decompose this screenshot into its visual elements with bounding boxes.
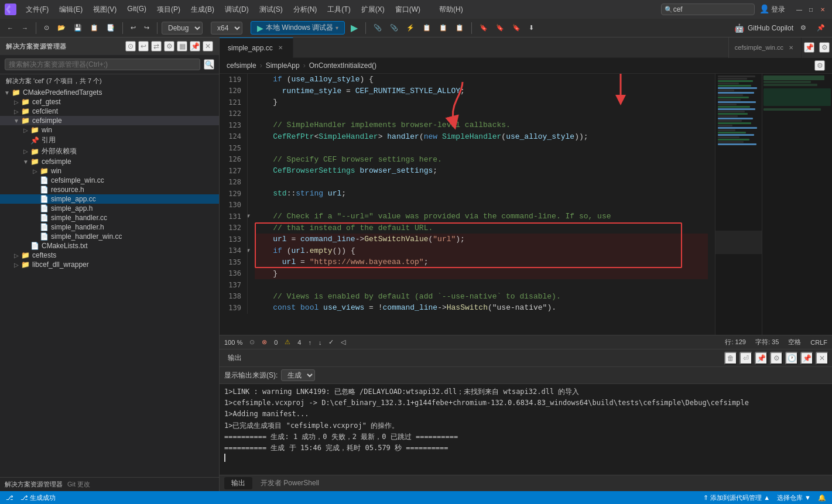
- search-button[interactable]: 🔍: [204, 59, 214, 70]
- bookmark1-button[interactable]: 🔖: [476, 23, 491, 33]
- collapse-arrow[interactable]: ▼: [248, 246, 250, 255]
- tree-item-引用[interactable]: 📌 引用: [0, 135, 219, 146]
- bookmark3-button[interactable]: 🔖: [509, 23, 524, 33]
- tree-item-CMakePredefinedTargets[interactable]: ▼ 📁 CMakePredefinedTargets: [0, 88, 219, 97]
- warning-count[interactable]: 4: [297, 339, 301, 346]
- tree-item-ceftests[interactable]: ▷ 📁 ceftests: [0, 251, 219, 260]
- menu-build[interactable]: 生成(B): [186, 4, 219, 16]
- global-search-input[interactable]: [661, 4, 755, 15]
- menu-window[interactable]: 窗口(W): [391, 4, 425, 16]
- notification-bell[interactable]: 🔔: [818, 494, 826, 502]
- nav-up-button[interactable]: ↑: [308, 339, 311, 346]
- tab-cefsimple-win-cc[interactable]: cefsimple_win.cc ✕: [729, 37, 802, 58]
- output-lock-button[interactable]: 📌: [755, 352, 768, 365]
- new-project-button[interactable]: ⊙: [40, 23, 53, 33]
- undo-button[interactable]: ↩: [127, 23, 139, 33]
- repo-selector[interactable]: 选择仓库 ▼: [777, 493, 811, 502]
- zoom-level[interactable]: 100 %: [224, 339, 242, 346]
- close-button[interactable]: ✕: [818, 5, 827, 14]
- sidebar-properties-button[interactable]: ↩: [138, 41, 149, 52]
- nav-left-button[interactable]: ◁: [341, 338, 345, 346]
- tree-item-libcef_dll_wrapper[interactable]: ▷ 📁 libcef_dll_wrapper: [0, 260, 219, 269]
- menu-file[interactable]: 文件(F): [21, 4, 53, 16]
- run-debugger-button[interactable]: ▶ 本地 Windows 调试器 ▾: [251, 21, 345, 35]
- bookmark2-button[interactable]: 🔖: [492, 23, 508, 33]
- breadcrumb-settings-button[interactable]: ⚙: [814, 60, 825, 71]
- save-button[interactable]: 💾: [70, 23, 85, 33]
- output-source-dropdown[interactable]: 生成: [281, 369, 315, 381]
- sidebar-close-button[interactable]: ✕: [203, 41, 213, 52]
- menu-help[interactable]: 帮助(H): [434, 4, 468, 15]
- tab-simple-app-cc[interactable]: simple_app.cc ✕: [220, 37, 293, 58]
- format-button[interactable]: ⚡: [403, 23, 418, 33]
- breadcrumb-method[interactable]: OnContextInitialized(): [309, 61, 376, 70]
- step-over-button[interactable]: 📎: [386, 23, 402, 33]
- sidebar-sync-button[interactable]: ⊙: [125, 41, 136, 52]
- output-clock-button[interactable]: 🕐: [785, 352, 798, 365]
- arch-dropdown[interactable]: x64: [211, 22, 242, 35]
- git-changes-tab[interactable]: Git 更改: [67, 480, 90, 489]
- breadcrumb-namespace[interactable]: cefsimple: [227, 61, 256, 70]
- bookmark4-button[interactable]: ⬇: [525, 23, 537, 33]
- clipboard2-button[interactable]: 📋: [436, 23, 451, 33]
- tree-item-win[interactable]: ▷ 📁 win: [0, 125, 219, 135]
- sidebar-refresh-button[interactable]: ⚙: [164, 41, 174, 52]
- sidebar-filter-button[interactable]: ⇄: [151, 41, 162, 52]
- menu-view[interactable]: 视图(V): [88, 4, 121, 16]
- output-wrap-button[interactable]: ⏎: [739, 352, 752, 365]
- forward-button[interactable]: →: [18, 23, 32, 33]
- run-button[interactable]: ▶: [347, 21, 361, 35]
- clipboard3-button[interactable]: 📋: [452, 23, 467, 33]
- encoding-info[interactable]: CRLF: [810, 339, 827, 346]
- tree-item-simple_app.cc[interactable]: 📄 simple_app.cc: [0, 194, 219, 204]
- menu-test[interactable]: 测试(S): [255, 4, 287, 16]
- tree-item-simple_handler_win.cc[interactable]: 📄 simple_handler_win.cc: [0, 232, 219, 241]
- tree-item-cef_gtest[interactable]: ▷ 📁 cef_gtest: [0, 97, 219, 107]
- char-info[interactable]: 字符: 35: [755, 338, 779, 347]
- tree-item-resource.h[interactable]: 📄 resource.h: [0, 185, 219, 194]
- open-button[interactable]: 📂: [54, 23, 69, 33]
- sidebar-pin-button[interactable]: 📌: [190, 41, 200, 52]
- redo-button[interactable]: ↪: [141, 23, 153, 33]
- source-control-button[interactable]: ⇑ 添加到源代码管理 ▲: [703, 493, 770, 502]
- menu-debug[interactable]: 调试(D): [220, 4, 254, 16]
- line-col-info[interactable]: 行: 129: [725, 338, 745, 347]
- nav-down-button[interactable]: ↓: [319, 339, 322, 346]
- tree-item-simple_handler.cc[interactable]: 📄 simple_handler.cc: [0, 213, 219, 222]
- save-file-button[interactable]: 📑: [103, 23, 118, 33]
- tree-item-cefsimple[interactable]: ▼ 📁 cefsimple: [0, 157, 219, 166]
- check-icon[interactable]: ✓: [328, 338, 334, 346]
- solution-explorer-tab[interactable]: 解决方案资源管理器: [5, 480, 63, 489]
- tree-item-simple_handler.h[interactable]: 📄 simple_handler.h: [0, 222, 219, 232]
- menu-analyze[interactable]: 分析(N): [289, 4, 322, 16]
- menu-tools[interactable]: 工具(T): [323, 4, 355, 16]
- build-status[interactable]: ⎇ 生成成功: [20, 493, 56, 502]
- tab-settings-button[interactable]: ⚙: [819, 42, 830, 53]
- tree-item-cefclient[interactable]: ▷ 📁 cefclient: [0, 107, 219, 116]
- back-button[interactable]: ←: [4, 23, 17, 33]
- tree-item-win[interactable]: ▷ 📁 win: [0, 166, 219, 176]
- tab-simple-app-close[interactable]: ✕: [276, 44, 285, 52]
- spaces-info[interactable]: 空格: [788, 338, 801, 347]
- tree-item-外部依赖项[interactable]: ▷ 📁 外部依赖项: [0, 146, 219, 157]
- output-tab[interactable]: 输出: [224, 477, 252, 489]
- menu-bar[interactable]: 文件(F) 编辑(E) 视图(V) Git(G) 项目(P) 生成(B) 调试(…: [21, 4, 425, 16]
- copilot-pin-button[interactable]: 📌: [813, 23, 828, 33]
- error-count[interactable]: 0: [274, 339, 278, 346]
- save-all-button[interactable]: 📋: [87, 23, 102, 33]
- output-clear-button[interactable]: 🗑: [724, 352, 737, 365]
- maximize-button[interactable]: □: [806, 5, 816, 14]
- copilot-settings-button[interactable]: ⚙: [797, 23, 810, 33]
- code-area[interactable]: 1191201211221231241251261271281291301311…: [220, 74, 715, 335]
- debug-config-dropdown[interactable]: Debug: [162, 22, 203, 35]
- tab-pin-button[interactable]: 📌: [804, 42, 814, 53]
- breadcrumb-class[interactable]: SimpleApp: [266, 61, 300, 70]
- output-pin-button[interactable]: 📌: [800, 352, 813, 365]
- tree-item-simple_app.h[interactable]: 📄 simple_app.h: [0, 204, 219, 213]
- menu-extensions[interactable]: 扩展(X): [357, 4, 389, 16]
- run-dropdown-arrow[interactable]: ▾: [335, 25, 338, 31]
- sidebar-collapse-button[interactable]: ▦: [177, 41, 187, 52]
- tree-item-CMakeLists.txt[interactable]: 📄 CMakeLists.txt: [0, 241, 219, 251]
- menu-project[interactable]: 项目(P): [152, 4, 185, 16]
- tab-cefsimple-win-close[interactable]: ✕: [787, 44, 795, 52]
